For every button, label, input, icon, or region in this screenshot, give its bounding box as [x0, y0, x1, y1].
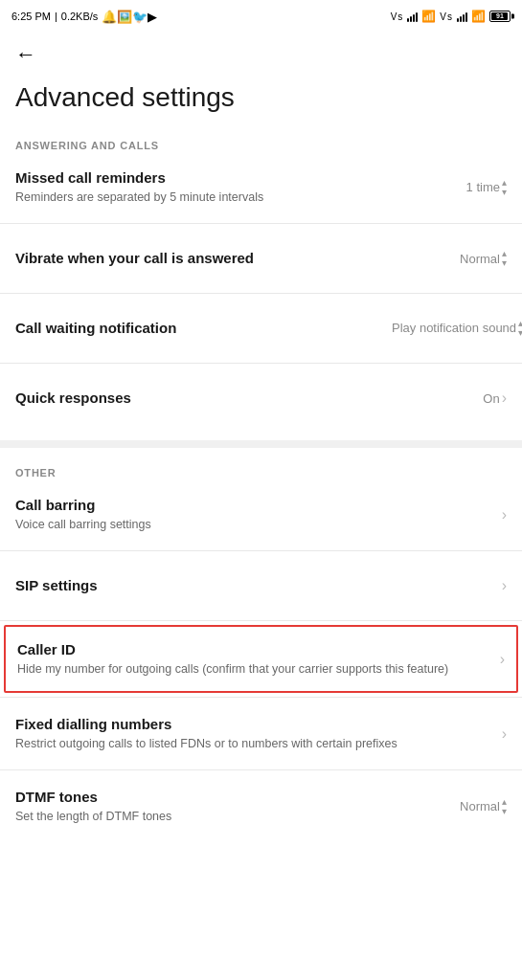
- signal-icon-2: Vs: [440, 11, 453, 22]
- section-other-label: OTHER: [0, 459, 522, 482]
- call-waiting-notification-content: Call waiting notification: [15, 319, 392, 338]
- divider-4: [0, 550, 522, 551]
- battery-level: 91: [496, 12, 504, 19]
- missed-call-reminders-spinner[interactable]: ▴▾: [502, 178, 507, 197]
- divider-3: [0, 363, 522, 364]
- missed-call-reminders-title: Missed call reminders: [15, 168, 459, 188]
- missed-call-reminders-content: Missed call reminders Reminders are sepa…: [15, 168, 466, 206]
- caller-id-chevron: ›: [500, 651, 505, 668]
- vibrate-when-answered-content: Vibrate when your call is answered: [15, 249, 460, 268]
- back-button[interactable]: ←: [15, 42, 36, 67]
- call-waiting-notification-title: Call waiting notification: [15, 319, 384, 338]
- quick-responses-value[interactable]: On ›: [483, 390, 507, 407]
- quick-responses-content: Quick responses: [15, 389, 483, 408]
- caller-id-value[interactable]: ›: [500, 651, 505, 668]
- wifi-icon: 📶: [421, 10, 436, 23]
- wifi-icon-2: 📶: [471, 10, 486, 23]
- section-other: OTHER Call barring Voice call barring se…: [0, 459, 522, 838]
- section-answering-calls: ANSWERING AND CALLS Missed call reminder…: [0, 132, 522, 429]
- section-divider: [0, 440, 522, 448]
- sip-settings-chevron: ›: [502, 577, 507, 594]
- divider-1: [0, 223, 522, 224]
- status-left: 6:25 PM | 0.2KB/s 🔔🖼️🐦▶: [11, 10, 157, 24]
- quick-responses-item[interactable]: Quick responses On ›: [0, 368, 522, 429]
- quick-responses-title: Quick responses: [15, 389, 475, 408]
- caller-id-content: Caller ID Hide my number for outgoing ca…: [17, 640, 500, 678]
- vibrate-when-answered-title: Vibrate when your call is answered: [15, 249, 452, 268]
- signal-bars-2: [457, 11, 467, 22]
- sip-settings-item[interactable]: SIP settings ›: [0, 555, 522, 616]
- divider-5: [0, 620, 522, 621]
- quick-responses-chevron: ›: [502, 390, 507, 407]
- vibrate-when-answered-spinner[interactable]: ▴▾: [502, 249, 507, 268]
- status-icons-left: 🔔🖼️🐦▶: [102, 10, 157, 24]
- caller-id-title: Caller ID: [17, 640, 492, 659]
- sip-settings-title: SIP settings: [15, 576, 494, 595]
- vibrate-when-answered-item[interactable]: Vibrate when your call is answered Norma…: [0, 228, 522, 289]
- call-barring-subtitle: Voice call barring settings: [15, 517, 494, 534]
- missed-call-reminders-subtitle: Reminders are separated by 5 minute inte…: [15, 189, 459, 207]
- back-row: ←: [0, 31, 522, 75]
- fixed-dialling-numbers-value[interactable]: ›: [502, 725, 507, 743]
- dtmf-tones-spinner[interactable]: ▴▾: [502, 797, 507, 816]
- signal-bars-1: [407, 11, 418, 22]
- call-barring-item[interactable]: Call barring Voice call barring settings…: [0, 482, 522, 546]
- status-speed: |: [55, 11, 57, 22]
- dtmf-tones-content: DTMF tones Set the length of DTMF tones: [15, 788, 460, 825]
- caller-id-highlight-box: Caller ID Hide my number for outgoing ca…: [4, 625, 518, 693]
- fixed-dialling-numbers-item[interactable]: Fixed dialling numbers Restrict outgoing…: [0, 702, 522, 766]
- page-title: Advanced settings: [0, 75, 522, 132]
- status-data-speed: 0.2KB/s: [61, 11, 99, 22]
- fixed-dialling-numbers-subtitle: Restrict outgoing calls to listed FDNs o…: [15, 736, 494, 753]
- call-waiting-notification-value[interactable]: Play notification sound ▴▾: [392, 319, 507, 338]
- call-barring-content: Call barring Voice call barring settings: [15, 496, 502, 533]
- dtmf-tones-item[interactable]: DTMF tones Set the length of DTMF tones …: [0, 774, 522, 838]
- missed-call-reminders-item[interactable]: Missed call reminders Reminders are sepa…: [0, 155, 522, 219]
- sip-settings-value[interactable]: ›: [502, 577, 507, 594]
- section-answering-calls-label: ANSWERING AND CALLS: [0, 132, 522, 155]
- divider-6: [0, 697, 522, 698]
- fixed-dialling-numbers-content: Fixed dialling numbers Restrict outgoing…: [15, 715, 502, 752]
- dtmf-tones-subtitle: Set the length of DTMF tones: [15, 809, 452, 826]
- divider-7: [0, 769, 522, 770]
- dtmf-tones-title: DTMF tones: [15, 788, 452, 807]
- divider-2: [0, 293, 522, 294]
- status-right: Vs 📶 Vs 📶 91: [391, 10, 511, 23]
- battery-icon: 91: [489, 11, 511, 22]
- status-bar: 6:25 PM | 0.2KB/s 🔔🖼️🐦▶ Vs 📶 Vs 📶 91: [0, 0, 522, 31]
- call-waiting-notification-item[interactable]: Call waiting notification Play notificat…: [0, 298, 522, 359]
- sip-settings-content: SIP settings: [15, 576, 502, 595]
- fixed-dialling-numbers-chevron: ›: [502, 725, 507, 743]
- fixed-dialling-numbers-title: Fixed dialling numbers: [15, 715, 494, 734]
- call-waiting-notification-spinner[interactable]: ▴▾: [518, 319, 522, 338]
- call-barring-value[interactable]: ›: [502, 506, 507, 523]
- signal-icon-1: Vs: [391, 11, 404, 22]
- caller-id-item[interactable]: Caller ID Hide my number for outgoing ca…: [6, 627, 516, 691]
- vibrate-when-answered-value[interactable]: Normal ▴▾: [460, 249, 507, 268]
- caller-id-subtitle: Hide my number for outgoing calls (confi…: [17, 661, 492, 679]
- call-barring-title: Call barring: [15, 496, 494, 515]
- missed-call-reminders-value[interactable]: 1 time ▴▾: [466, 178, 507, 197]
- status-time: 6:25 PM: [11, 11, 51, 22]
- dtmf-tones-value[interactable]: Normal ▴▾: [460, 797, 507, 816]
- call-barring-chevron: ›: [502, 506, 507, 523]
